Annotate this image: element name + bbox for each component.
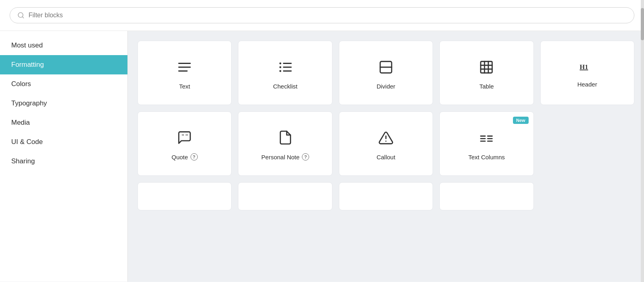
block-label-header: Header — [577, 81, 597, 88]
sidebar-item-label: Most used — [11, 41, 43, 49]
table-block-icon — [479, 60, 494, 76]
sidebar-item-label: Media — [11, 119, 30, 126]
blocks-row-3-partial — [137, 182, 634, 210]
block-card-personal-note[interactable]: Personal Note ? — [238, 111, 332, 176]
personal-note-block-icon — [278, 130, 293, 147]
svg-text:": " — [185, 133, 189, 140]
sidebar-item-label: Typography — [11, 99, 47, 107]
checklist-block-icon — [278, 60, 293, 76]
quote-block-icon: " " — [177, 130, 192, 147]
sidebar-item-ui-code[interactable]: UI & Code — [0, 132, 127, 152]
svg-text:H1: H1 — [580, 63, 588, 71]
block-label-quote: Quote ? — [172, 153, 198, 161]
block-card-quote[interactable]: " " Quote ? — [137, 111, 232, 176]
text-columns-block-icon — [479, 130, 494, 147]
block-label-text: Text — [179, 83, 190, 90]
search-bar-container — [0, 0, 644, 31]
block-card-header[interactable]: H1 Header — [540, 41, 634, 105]
sidebar-item-sharing[interactable]: Sharing — [0, 152, 127, 171]
sidebar-item-label: Formatting — [11, 61, 44, 68]
block-card-text-columns[interactable]: New Text Columns — [439, 111, 533, 176]
search-input[interactable] — [29, 12, 627, 19]
svg-text:": " — [181, 133, 185, 140]
blocks-row-2: " " Quote ? Personal No — [137, 111, 634, 176]
block-label-personal-note: Personal Note ? — [261, 153, 309, 161]
scrollbar-track[interactable] — [641, 0, 644, 282]
block-card-text[interactable]: Text — [137, 41, 232, 105]
divider-block-icon — [378, 60, 394, 76]
content-area: Text Checklist — [128, 31, 644, 282]
blocks-row-1: Text Checklist — [137, 41, 634, 105]
svg-point-8 — [279, 62, 281, 64]
block-card-checklist[interactable]: Checklist — [238, 41, 332, 105]
header-block-icon: H1 — [580, 62, 595, 74]
sidebar-item-formatting[interactable]: Formatting — [0, 55, 127, 74]
callout-block-icon — [378, 130, 394, 147]
sidebar-item-most-used[interactable]: Most used — [0, 36, 127, 55]
main-layout: Most used Formatting Colors Typography M… — [0, 31, 644, 282]
block-card-partial-1[interactable] — [137, 182, 232, 210]
scrollbar-thumb[interactable] — [641, 8, 644, 40]
block-card-partial-2[interactable] — [238, 182, 332, 210]
sidebar-item-colors[interactable]: Colors — [0, 74, 127, 94]
block-card-table[interactable]: Table — [439, 41, 533, 105]
sidebar-item-typography[interactable]: Typography — [0, 94, 127, 113]
quote-help-icon: ? — [191, 153, 198, 161]
block-label-callout: Callout — [377, 154, 396, 161]
search-bar — [10, 7, 634, 23]
sidebar-item-label: Sharing — [11, 157, 35, 165]
block-card-partial-4[interactable] — [439, 182, 533, 210]
sidebar-item-label: Colors — [11, 80, 31, 88]
block-label-table: Table — [479, 83, 494, 90]
svg-rect-13 — [481, 61, 492, 73]
text-block-icon — [177, 60, 192, 76]
svg-point-10 — [279, 70, 281, 72]
block-card-partial-3[interactable] — [339, 182, 433, 210]
block-card-callout[interactable]: Callout — [339, 111, 433, 176]
search-icon — [17, 12, 25, 19]
block-label-divider: Divider — [377, 83, 396, 90]
svg-line-1 — [22, 16, 23, 18]
sidebar-item-media[interactable]: Media — [0, 113, 127, 132]
sidebar-item-label: UI & Code — [11, 138, 43, 146]
block-card-divider[interactable]: Divider — [339, 41, 433, 105]
sidebar: Most used Formatting Colors Typography M… — [0, 31, 128, 282]
new-badge: New — [513, 117, 529, 124]
personal-note-help-icon: ? — [302, 153, 309, 161]
block-label-text-columns: Text Columns — [468, 154, 505, 161]
block-label-checklist: Checklist — [273, 83, 297, 90]
svg-point-9 — [279, 66, 281, 68]
